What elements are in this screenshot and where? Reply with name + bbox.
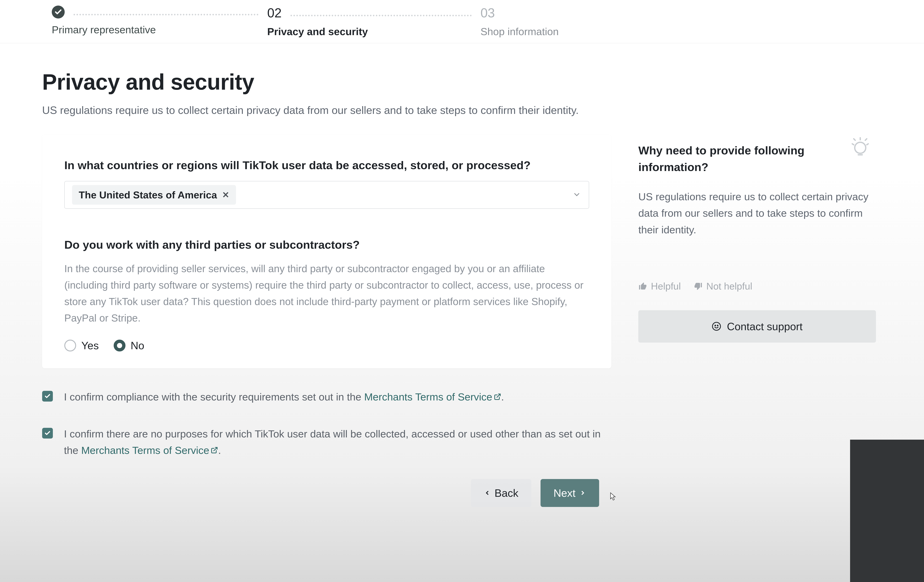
step-3: 03 Shop information — [480, 5, 559, 38]
svg-point-3 — [713, 322, 721, 330]
step-2-number: 02 — [267, 5, 282, 20]
helpful-button[interactable]: Helpful — [638, 281, 681, 292]
footer-buttons: Back Next — [471, 479, 616, 518]
step-3-label: Shop information — [480, 25, 559, 38]
step-connector — [290, 15, 472, 16]
chevron-down-icon — [572, 190, 581, 200]
help-panel: Why need to provide following informatio… — [638, 135, 879, 342]
svg-line-1 — [214, 447, 217, 451]
confirmation-text-1: I confirm compliance with the security r… — [64, 389, 504, 405]
lightbulb-icon — [848, 135, 872, 160]
overlay-block — [850, 440, 924, 582]
help-text: US regulations require us to collect cer… — [638, 188, 876, 238]
radio-no-indicator — [114, 340, 125, 351]
tos-link-2[interactable]: Merchants Terms of Service — [81, 445, 218, 456]
countries-select[interactable]: The United States of America ✕ — [64, 181, 589, 209]
not-helpful-label: Not helpful — [706, 281, 752, 292]
step-2-label: Privacy and security — [267, 25, 480, 38]
external-link-icon — [211, 442, 218, 459]
help-title: Why need to provide following informatio… — [638, 142, 842, 175]
form-card: In what countries or regions will TikTok… — [42, 135, 611, 368]
cursor-icon — [610, 492, 616, 501]
svg-point-4 — [715, 325, 716, 326]
countries-question-label: In what countries or regions will TikTok… — [64, 157, 589, 174]
feedback-row: Helpful Not helpful — [638, 281, 876, 292]
thirdparty-radio-group: Yes No — [64, 339, 589, 352]
remove-chip-icon[interactable]: ✕ — [222, 190, 229, 200]
helpful-label: Helpful — [651, 281, 681, 292]
thirdparty-question-label: Do you work with any third parties or su… — [64, 236, 589, 253]
svg-point-5 — [718, 325, 718, 326]
back-button[interactable]: Back — [471, 479, 531, 507]
tos-link-1[interactable]: Merchants Terms of Service — [364, 391, 501, 403]
page-subtitle: US regulations require us to collect cer… — [42, 104, 879, 116]
next-button-label: Next — [553, 487, 576, 499]
radio-yes[interactable]: Yes — [64, 339, 99, 352]
radio-no-label: No — [130, 339, 144, 352]
step-1: Primary representative — [52, 5, 267, 36]
step-connector — [74, 14, 258, 15]
step-complete-icon — [52, 5, 65, 18]
not-helpful-button[interactable]: Not helpful — [694, 281, 752, 292]
step-2: 02 Privacy and security — [267, 5, 480, 38]
next-button[interactable]: Next — [541, 479, 599, 507]
thirdparty-question-desc: In the course of providing seller servic… — [64, 261, 589, 326]
confirmation-checkbox-1[interactable] — [42, 391, 53, 402]
radio-yes-indicator — [64, 340, 76, 351]
radio-yes-label: Yes — [81, 339, 99, 352]
page-title: Privacy and security — [42, 69, 879, 95]
step-1-label: Primary representative — [52, 24, 267, 36]
progress-stepper: Primary representative 02 Privacy and se… — [0, 0, 924, 43]
confirmations-section: I confirm compliance with the security r… — [42, 389, 611, 459]
step-3-number: 03 — [480, 5, 495, 20]
country-chip-label: The United States of America — [79, 189, 217, 201]
confirmation-text-2: I confirm there are no purposes for whic… — [64, 426, 611, 459]
radio-no[interactable]: No — [114, 339, 144, 352]
back-button-label: Back — [495, 487, 518, 499]
contact-support-button[interactable]: Contact support — [638, 310, 876, 342]
external-link-icon — [494, 389, 501, 405]
svg-line-0 — [497, 394, 500, 397]
contact-support-label: Contact support — [727, 320, 802, 332]
confirmation-row-2: I confirm there are no purposes for whic… — [42, 426, 611, 459]
confirmation-row-1: I confirm compliance with the security r… — [42, 389, 611, 405]
svg-point-2 — [855, 142, 866, 154]
country-chip: The United States of America ✕ — [72, 185, 236, 205]
confirmation-checkbox-2[interactable] — [42, 428, 53, 438]
